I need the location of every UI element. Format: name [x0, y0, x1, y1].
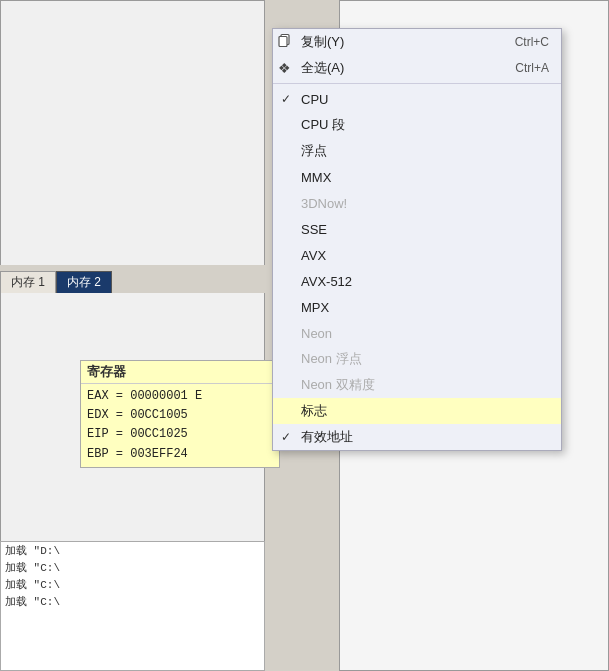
menu-neon-double-label: Neon 双精度	[301, 376, 375, 394]
menu-neon-float-label: Neon 浮点	[301, 350, 362, 368]
menu-item-float[interactable]: 浮点	[273, 138, 561, 164]
check-cpu: ✓	[281, 92, 291, 106]
menu-item-neon-float: Neon 浮点	[273, 346, 561, 372]
tab-memory-1[interactable]: 内存 1	[0, 271, 56, 293]
menu-select-all-label: 全选(A)	[301, 59, 344, 77]
register-panel-title: 寄存器	[81, 361, 279, 384]
menu-item-select-all[interactable]: ❖ 全选(A) Ctrl+A	[273, 55, 561, 81]
menu-select-all-shortcut: Ctrl+A	[515, 61, 549, 75]
tab-bar: 内存 1 内存 2	[0, 265, 265, 293]
register-line-ebp: EBP = 003EFF24	[87, 445, 273, 464]
menu-effective-addr-label: 有效地址	[301, 428, 353, 446]
menu-item-mpx[interactable]: MPX	[273, 294, 561, 320]
register-line-edx: EDX = 00CC1005	[87, 406, 273, 425]
menu-mpx-label: MPX	[301, 300, 329, 315]
menu-cpu-seg-label: CPU 段	[301, 116, 345, 134]
menu-item-avx512[interactable]: AVX-512	[273, 268, 561, 294]
menu-item-sse[interactable]: SSE	[273, 216, 561, 242]
menu-item-cpu-seg[interactable]: CPU 段	[273, 112, 561, 138]
menu-avx-label: AVX	[301, 248, 326, 263]
menu-item-neon: Neon	[273, 320, 561, 346]
menu-item-cpu[interactable]: ✓ CPU	[273, 86, 561, 112]
menu-item-mmx[interactable]: MMX	[273, 164, 561, 190]
log-area: 加载 "D:\ 加载 "C:\ 加载 "C:\ 加载 "C:\	[0, 541, 265, 671]
log-line-2: 加载 "C:\	[1, 576, 264, 593]
menu-avx512-label: AVX-512	[301, 274, 352, 289]
menu-mmx-label: MMX	[301, 170, 331, 185]
svg-rect-1	[279, 37, 287, 47]
menu-item-flags[interactable]: 标志	[273, 398, 561, 424]
log-line-3: 加载 "C:\	[1, 593, 264, 610]
register-line-eip: EIP = 00CC1025	[87, 425, 273, 444]
log-line-1: 加载 "C:\	[1, 559, 264, 576]
tab-memory-2[interactable]: 内存 2	[56, 271, 112, 293]
log-line-0: 加载 "D:\	[1, 542, 264, 559]
menu-copy-shortcut: Ctrl+C	[515, 35, 549, 49]
menu-item-neon-double: Neon 双精度	[273, 372, 561, 398]
menu-copy-label: 复制(Y)	[301, 33, 344, 51]
menu-item-effective-addr[interactable]: ✓ 有效地址	[273, 424, 561, 450]
register-panel-body: EAX = 00000001 E EDX = 00CC1005 EIP = 00…	[81, 384, 279, 467]
register-panel: 寄存器 EAX = 00000001 E EDX = 00CC1005 EIP …	[80, 360, 280, 468]
menu-3dnow-label: 3DNow!	[301, 196, 347, 211]
menu-neon-label: Neon	[301, 326, 332, 341]
copy-icon	[278, 34, 292, 51]
menu-sse-label: SSE	[301, 222, 327, 237]
context-menu: 复制(Y) Ctrl+C ❖ 全选(A) Ctrl+A ✓ CPU CPU 段 …	[272, 28, 562, 451]
cursor-icon: ❖	[278, 60, 291, 76]
menu-cpu-label: CPU	[301, 92, 328, 107]
menu-item-copy[interactable]: 复制(Y) Ctrl+C	[273, 29, 561, 55]
check-effective-addr: ✓	[281, 430, 291, 444]
menu-divider-1	[273, 83, 561, 84]
menu-item-avx[interactable]: AVX	[273, 242, 561, 268]
register-line-eax: EAX = 00000001 E	[87, 387, 273, 406]
menu-item-3dnow: 3DNow!	[273, 190, 561, 216]
menu-float-label: 浮点	[301, 142, 327, 160]
menu-flags-label: 标志	[301, 402, 327, 420]
